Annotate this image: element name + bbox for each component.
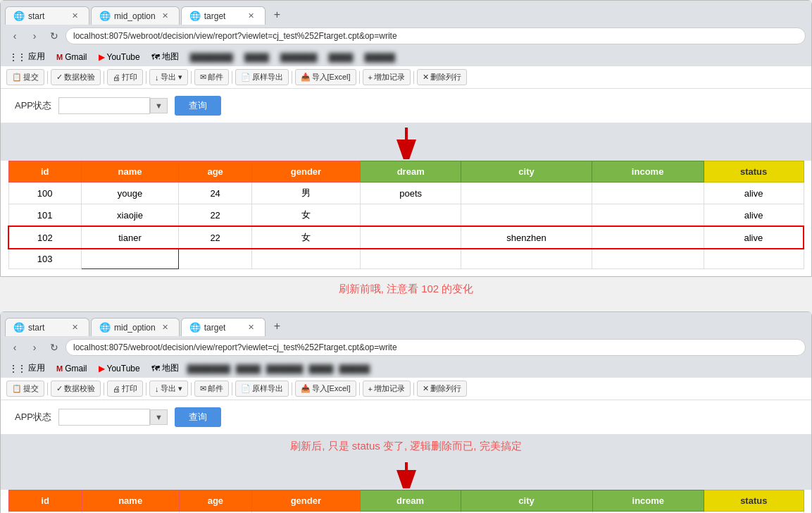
bm-blurred-item-8: ▓▓▓▓▓▓: [266, 364, 304, 373]
globe-icon-5: 🌐: [100, 323, 110, 333]
td-gender-1-3: 女: [252, 226, 361, 249]
bm-maps-1[interactable]: 🗺 地图: [149, 49, 182, 64]
bm-blurred-item-3: ▓▓▓▓▓▓: [277, 51, 320, 63]
email-icon-2: ✉: [200, 384, 206, 393]
back-button-2[interactable]: ‹: [6, 339, 23, 356]
globe-icon-2: 🌐: [100, 11, 110, 21]
sep-3: [146, 71, 146, 84]
td-city-1-3: shenzhen: [461, 226, 592, 249]
table-header-row-2: id name age gender dream city income sta…: [8, 490, 804, 512]
forward-button-1[interactable]: ›: [26, 27, 43, 44]
query-label-2: APP状态: [15, 411, 51, 424]
query-button-1[interactable]: 查询: [175, 96, 221, 116]
tab-target-2[interactable]: 🌐 target ✕: [181, 318, 266, 336]
export-icon-1: ↓: [155, 73, 159, 82]
back-button-1[interactable]: ‹: [6, 27, 23, 44]
new-tab-button-1[interactable]: +: [267, 5, 287, 25]
sep-4: [191, 71, 192, 84]
query-input-2[interactable]: [58, 409, 150, 426]
td-age-1-3: 22: [179, 226, 252, 249]
table-header-row-1: id name age gender dream city income sta…: [8, 161, 804, 183]
toolbar-2: 📋提交 ✓数据校验 🖨打印 ↓导出 ▾ ✉邮件 📄原样导出: [1, 378, 811, 400]
tab-start-1[interactable]: 🌐 start ✕: [5, 6, 89, 25]
sep-1: [47, 71, 48, 84]
tab-close-1[interactable]: ✕: [70, 11, 80, 21]
sep2-6: [292, 383, 292, 395]
print-btn-1[interactable]: 🖨打印: [107, 69, 143, 85]
forward-button-2[interactable]: ›: [26, 339, 43, 356]
tab-close-4[interactable]: ✕: [70, 322, 80, 333]
arrow-container-2: [1, 459, 811, 490]
query-dropdown-2[interactable]: ▼: [150, 409, 168, 425]
tab-target-label: target: [204, 11, 226, 21]
query-dropdown-1[interactable]: ▼: [150, 98, 168, 113]
bm-youtube-1[interactable]: ▶ YouTube: [96, 51, 143, 63]
table-row-1-1: 100 youge 24 男 poets alive: [8, 183, 804, 204]
apps-icon-1: ⋮⋮: [9, 52, 26, 62]
address-input-1[interactable]: [65, 27, 806, 44]
delete-col-btn-1[interactable]: ✕删除列行: [417, 69, 467, 85]
email-btn-1[interactable]: ✉邮件: [194, 69, 229, 85]
th-dream-1: dream: [360, 161, 461, 183]
submit-btn-1[interactable]: 📋提交: [6, 69, 44, 85]
td-name-1-4[interactable]: [81, 249, 178, 269]
export-btn-1[interactable]: ↓导出 ▾: [149, 69, 188, 85]
bm-gmail-1[interactable]: M Gmail: [54, 51, 90, 63]
td-status-1-3: alive: [704, 226, 804, 249]
down-arrow-svg-2: [392, 460, 420, 488]
tab-mid-1[interactable]: 🌐 mid_option ✕: [91, 6, 180, 25]
tab-mid-2[interactable]: 🌐 mid_option ✕: [91, 318, 180, 336]
add-record-btn-1[interactable]: +增加记录: [363, 69, 411, 85]
delete-col-btn-2[interactable]: ✕删除列行: [417, 381, 467, 397]
sep2-8: [413, 383, 414, 395]
tab-close-5[interactable]: ✕: [160, 322, 170, 333]
tab-mid-label-2: mid_option: [114, 323, 156, 333]
bm-apps-2[interactable]: ⋮⋮ 应用: [6, 361, 48, 376]
query-input-1[interactable]: [58, 97, 150, 114]
annotation-2: 刷新后, 只是 status 变了, 逻辑删除而已, 完美搞定: [1, 434, 811, 459]
th-id-1: id: [8, 161, 81, 183]
th-name-1: name: [81, 161, 178, 183]
submit-btn-2[interactable]: 📋提交: [6, 381, 44, 397]
print-btn-2[interactable]: 🖨打印: [107, 381, 143, 397]
tab-target-1[interactable]: 🌐 target ✕: [181, 6, 266, 25]
email-btn-2[interactable]: ✉邮件: [194, 381, 229, 397]
new-tab-button-2[interactable]: +: [267, 316, 287, 336]
bm-maps-2[interactable]: 🗺 地图: [149, 361, 182, 376]
submit-icon-2: 📋: [12, 384, 22, 393]
td-id-1-2: 101: [8, 204, 81, 227]
tab-start-label: start: [28, 11, 44, 21]
tab-close-3[interactable]: ✕: [246, 11, 256, 21]
tab-start-2[interactable]: 🌐 start ✕: [5, 318, 89, 336]
td-income-1-1: [592, 183, 704, 204]
refresh-button-2[interactable]: ↻: [46, 339, 63, 356]
tab-bar-1: 🌐 start ✕ 🌐 mid_option ✕ 🌐 target ✕ +: [1, 1, 811, 25]
td-city-1-1: [461, 183, 592, 204]
query-button-2[interactable]: 查询: [175, 407, 221, 427]
refresh-button-1[interactable]: ↻: [46, 27, 63, 44]
bm-gmail-2[interactable]: M Gmail: [54, 362, 90, 375]
delete-col-icon-1: ✕: [423, 73, 429, 82]
bm-apps-label: 应用: [28, 51, 45, 63]
td-name-1-1: youge: [81, 183, 178, 204]
orig-export-btn-1[interactable]: 📄原样导出: [235, 69, 289, 85]
import-excel-btn-2[interactable]: 📥导入[Excel]: [295, 381, 356, 397]
bm-apps-1[interactable]: ⋮⋮ 应用: [6, 49, 48, 64]
tab-close-6[interactable]: ✕: [246, 322, 256, 333]
query-input-group-1: ▼: [58, 97, 168, 114]
bm-youtube-2[interactable]: ▶ YouTube: [96, 362, 143, 375]
bm-gmail-label: Gmail: [65, 52, 87, 62]
import-excel-btn-1[interactable]: 📥导入[Excel]: [295, 69, 356, 85]
tab-close-2[interactable]: ✕: [160, 11, 170, 21]
validate-btn-2[interactable]: ✓数据校验: [51, 381, 101, 397]
td-gender-1-2: 女: [252, 204, 361, 227]
td-city-1-4: [461, 249, 592, 269]
address-input-2[interactable]: [65, 339, 806, 356]
export-icon-2: ↓: [155, 385, 159, 393]
query-area-2: APP状态 ▼ 查询: [1, 400, 811, 434]
validate-btn-1[interactable]: ✓数据校验: [51, 69, 101, 85]
orig-export-btn-2[interactable]: 📄原样导出: [235, 381, 289, 397]
th-dream-2: dream: [360, 490, 461, 512]
export-btn-2[interactable]: ↓导出 ▾: [149, 381, 188, 397]
add-record-btn-2[interactable]: +增加记录: [363, 381, 411, 397]
